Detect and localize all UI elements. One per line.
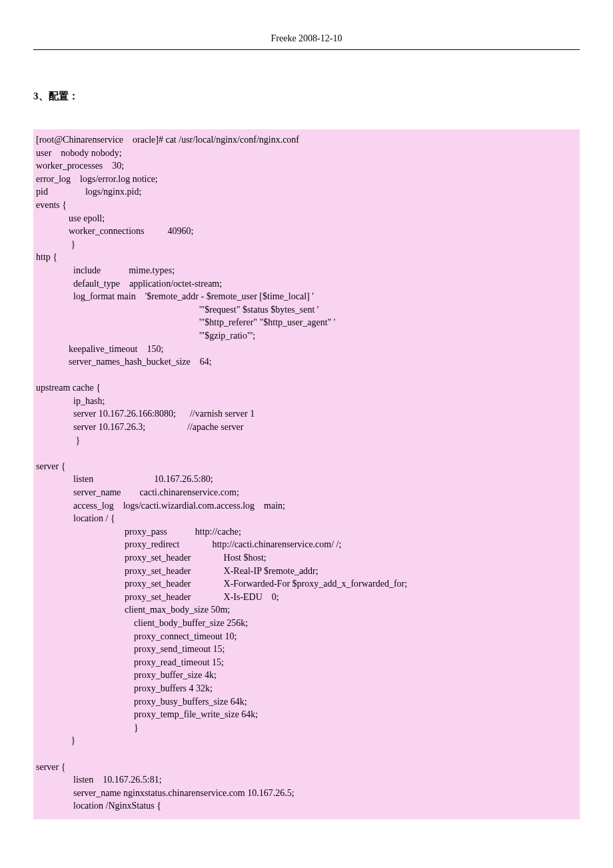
section-title: 3、配置：	[33, 90, 580, 103]
section-title-text: 3、配置：	[33, 91, 79, 101]
config-code-block: [root@Chinarenservice oracle]# cat /usr/…	[33, 129, 580, 819]
page-header: Freeke 2008-12-10	[33, 33, 580, 50]
config-code: [root@Chinarenservice oracle]# cat /usr/…	[36, 135, 407, 811]
header-text: Freeke 2008-12-10	[271, 33, 342, 43]
